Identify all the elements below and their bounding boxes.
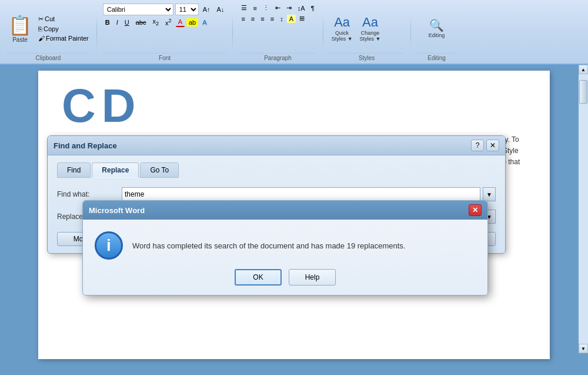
italic-button[interactable]: I	[114, 18, 121, 26]
find-replace-titlebar: Find and Replace ? ✕	[48, 136, 505, 155]
editing-group-label: Editing	[417, 53, 457, 62]
underline-button[interactable]: U	[122, 18, 132, 26]
grow-font-button[interactable]: A↑	[201, 5, 213, 14]
find-what-input[interactable]	[122, 187, 480, 201]
alert-title: Microsoft Word	[89, 206, 145, 215]
font-name-select[interactable]: Calibri	[103, 4, 173, 15]
scroll-down-button[interactable]: ▼	[579, 344, 588, 353]
decrease-indent-button[interactable]: ⇤	[273, 4, 283, 12]
subscript-button[interactable]: x2	[150, 17, 161, 27]
paste-label: Paste	[12, 36, 28, 43]
alert-titlebar: Microsoft Word ✕	[83, 201, 487, 220]
align-left-button[interactable]: ≡	[239, 15, 247, 23]
copy-icon: ⎘	[38, 25, 42, 32]
format-painter-label: Format Painter	[46, 35, 89, 42]
clipboard-group: 📋 Paste ✂ Cut ⎘ Copy 🖌 Format Painter	[2, 2, 99, 64]
alert-buttons: OK Help	[83, 269, 487, 295]
sort-button[interactable]: ↕A	[295, 4, 308, 12]
ribbon: 📋 Paste ✂ Cut ⎘ Copy 🖌 Format Painter	[0, 0, 588, 65]
styles-group: Aa QuickStyles ▼ Aa ChangeStyles ▼ Style…	[326, 2, 413, 64]
dialog-close-button[interactable]: ✕	[486, 140, 499, 151]
alert-ok-button[interactable]: OK	[235, 269, 282, 286]
tab-find[interactable]: Find	[57, 162, 91, 178]
show-formatting-button[interactable]: ¶	[309, 4, 317, 12]
vertical-scrollbar[interactable]: ▲ ▼	[579, 65, 588, 353]
copy-label: Copy	[44, 25, 59, 32]
find-what-input-wrapper: ▼	[122, 187, 496, 201]
quick-styles-label: QuickStyles ▼	[332, 30, 353, 42]
document-area: ▲ ▼ C D On formatting text by choosing y…	[0, 65, 588, 375]
font-label: Font	[103, 53, 227, 62]
separator-4	[410, 15, 411, 51]
superscript-button[interactable]: x2	[163, 17, 174, 27]
multilevel-button[interactable]: ⋮	[260, 4, 272, 12]
alert-close-button[interactable]: ✕	[469, 204, 482, 216]
cut-icon: ✂	[38, 15, 44, 23]
alert-message: Word has completed its search of the doc…	[132, 241, 476, 250]
dialog-tabs: Find Replace Go To	[57, 162, 496, 178]
quick-styles-button[interactable]: Aa QuickStyles ▼	[329, 14, 355, 43]
find-dropdown-button[interactable]: ▼	[483, 187, 496, 201]
styles-label: Styles	[329, 53, 405, 62]
alert-help-button[interactable]: Help	[289, 269, 336, 286]
tab-goto[interactable]: Go To	[140, 162, 179, 178]
line-spacing-button[interactable]: ↕	[278, 15, 286, 23]
scroll-track[interactable]	[579, 74, 588, 344]
paste-icon: 📋	[8, 14, 32, 36]
doc-letter-d: D	[102, 82, 136, 130]
align-right-button[interactable]: ≡	[258, 15, 266, 23]
cut-button[interactable]: ✂ Cut	[36, 15, 91, 24]
alert-dialog: Microsoft Word ✕ i Word has completed it…	[82, 200, 488, 296]
alert-content: i Word has completed its search of the d…	[83, 220, 487, 269]
change-styles-label: ChangeStyles ▼	[360, 30, 381, 42]
font-group: Calibri 11 A↑ A↓ B I U abc x2 x2 A ab A …	[99, 2, 236, 64]
editing-button[interactable]: 🔍 Editing	[417, 17, 457, 39]
separator-3	[323, 15, 323, 51]
align-center-button[interactable]: ≡	[249, 15, 257, 23]
borders-button[interactable]: ⊞	[297, 14, 307, 23]
format-painter-icon: 🖌	[38, 35, 45, 42]
font-color-button[interactable]: A	[176, 18, 185, 27]
justify-button[interactable]: ≡	[268, 15, 276, 23]
numbering-button[interactable]: ≡	[250, 4, 259, 12]
paste-button[interactable]: 📋 Paste	[6, 13, 34, 44]
cut-label: Cut	[45, 15, 55, 22]
paragraph-group: ☰ ≡ ⋮ ⇤ ⇥ ↕A ¶ ≡ ≡ ≡ ≡ ↕ A ⊞ Paragraph	[235, 2, 325, 64]
separator-2	[232, 15, 233, 51]
increase-indent-button[interactable]: ⇥	[284, 4, 294, 12]
font-size-select[interactable]: 11	[175, 4, 199, 15]
format-painter-button[interactable]: 🖌 Format Painter	[36, 34, 91, 42]
bold-button[interactable]: B	[103, 18, 112, 26]
alert-info-icon: i	[95, 231, 123, 260]
highlight-button[interactable]: ab	[186, 18, 198, 26]
find-what-row: Find what: ▼	[57, 187, 496, 201]
scroll-up-button[interactable]: ▲	[579, 65, 588, 74]
editing-label: Editing	[429, 32, 445, 38]
doc-letter-c: C	[62, 82, 96, 130]
editing-group: 🔍 Editing Editing	[413, 2, 460, 64]
copy-button[interactable]: ⎘ Copy	[36, 25, 91, 33]
find-what-label: Find what:	[57, 190, 122, 198]
paragraph-label: Paragraph	[239, 53, 316, 62]
separator-1	[96, 15, 97, 51]
dialog-controls: ? ✕	[471, 140, 499, 151]
bullets-button[interactable]: ☰	[239, 4, 249, 12]
strikethrough-button[interactable]: abc	[133, 18, 149, 26]
shrink-font-button[interactable]: A↓	[215, 5, 227, 14]
dialog-help-button[interactable]: ?	[471, 140, 484, 151]
text-effect-button[interactable]: A	[200, 18, 209, 26]
scroll-thumb[interactable]	[579, 80, 587, 104]
clipboard-label: Clipboard	[6, 53, 91, 62]
tab-replace[interactable]: Replace	[92, 162, 139, 178]
shading-button[interactable]: A	[287, 15, 296, 23]
find-replace-title: Find and Replace	[54, 141, 117, 150]
change-styles-button[interactable]: Aa ChangeStyles ▼	[358, 14, 383, 43]
